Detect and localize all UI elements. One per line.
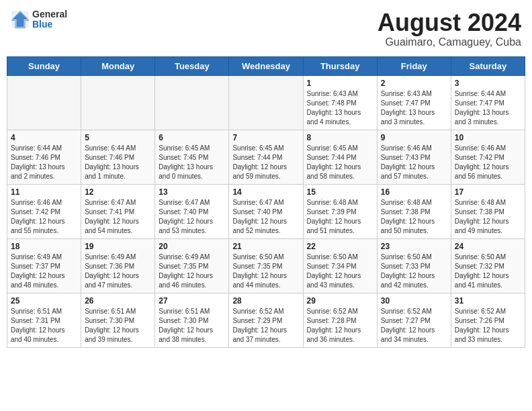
day-info: Sunrise: 6:47 AM Sunset: 7:41 PM Dayligh… (85, 198, 151, 236)
day-info: Sunrise: 6:46 AM Sunset: 7:42 PM Dayligh… (11, 198, 77, 236)
day-info: Sunrise: 6:48 AM Sunset: 7:38 PM Dayligh… (455, 198, 521, 236)
day-number: 8 (307, 133, 373, 142)
calendar-cell: 3Sunrise: 6:44 AM Sunset: 7:47 PM Daylig… (451, 75, 525, 130)
calendar-cell: 7Sunrise: 6:45 AM Sunset: 7:44 PM Daylig… (229, 130, 303, 184)
day-number: 12 (85, 187, 151, 197)
calendar-cell: 31Sunrise: 6:52 AM Sunset: 7:26 PM Dayli… (451, 293, 525, 347)
logo-line2: Blue (32, 19, 67, 30)
day-number: 28 (232, 296, 299, 306)
calendar-table: SundayMondayTuesdayWednesdayThursdayFrid… (7, 56, 525, 348)
calendar-cell (81, 75, 155, 130)
day-number: 19 (85, 242, 151, 251)
calendar-cell: 22Sunrise: 6:50 AM Sunset: 7:34 PM Dayli… (303, 238, 377, 293)
day-number: 3 (455, 79, 521, 88)
day-info: Sunrise: 6:51 AM Sunset: 7:31 PM Dayligh… (11, 307, 77, 345)
day-info: Sunrise: 6:50 AM Sunset: 7:33 PM Dayligh… (381, 253, 447, 290)
day-info: Sunrise: 6:51 AM Sunset: 7:30 PM Dayligh… (159, 307, 225, 345)
day-info: Sunrise: 6:45 AM Sunset: 7:44 PM Dayligh… (307, 144, 373, 181)
weekday-header-row: SundayMondayTuesdayWednesdayThursdayFrid… (7, 56, 525, 75)
calendar-cell: 5Sunrise: 6:44 AM Sunset: 7:46 PM Daylig… (81, 130, 155, 184)
calendar-cell: 14Sunrise: 6:47 AM Sunset: 7:40 PM Dayli… (229, 184, 303, 238)
day-number: 10 (455, 133, 521, 142)
day-info: Sunrise: 6:47 AM Sunset: 7:40 PM Dayligh… (159, 198, 225, 236)
logo-line1: General (32, 9, 67, 19)
day-info: Sunrise: 6:46 AM Sunset: 7:42 PM Dayligh… (455, 144, 521, 181)
day-number: 4 (11, 133, 77, 142)
calendar-cell: 2Sunrise: 6:43 AM Sunset: 7:47 PM Daylig… (377, 75, 451, 130)
day-info: Sunrise: 6:45 AM Sunset: 7:44 PM Dayligh… (232, 144, 299, 181)
day-info: Sunrise: 6:48 AM Sunset: 7:39 PM Dayligh… (307, 198, 373, 236)
calendar-week-3: 11Sunrise: 6:46 AM Sunset: 7:42 PM Dayli… (7, 184, 525, 238)
day-info: Sunrise: 6:44 AM Sunset: 7:46 PM Dayligh… (11, 144, 77, 181)
calendar-cell: 1Sunrise: 6:43 AM Sunset: 7:48 PM Daylig… (303, 75, 377, 130)
logo-icon (11, 10, 30, 29)
day-info: Sunrise: 6:49 AM Sunset: 7:36 PM Dayligh… (85, 253, 151, 290)
calendar-cell: 10Sunrise: 6:46 AM Sunset: 7:42 PM Dayli… (451, 130, 525, 184)
calendar-title: August 2024 (378, 9, 521, 36)
day-info: Sunrise: 6:52 AM Sunset: 7:29 PM Dayligh… (232, 307, 299, 345)
calendar-body: 1Sunrise: 6:43 AM Sunset: 7:48 PM Daylig… (7, 75, 525, 347)
calendar-week-1: 1Sunrise: 6:43 AM Sunset: 7:48 PM Daylig… (7, 75, 525, 130)
calendar-cell: 18Sunrise: 6:49 AM Sunset: 7:37 PM Dayli… (7, 238, 81, 293)
day-number: 26 (85, 296, 151, 306)
day-number: 1 (307, 79, 373, 88)
day-info: Sunrise: 6:44 AM Sunset: 7:47 PM Dayligh… (455, 89, 521, 127)
day-info: Sunrise: 6:47 AM Sunset: 7:40 PM Dayligh… (232, 198, 299, 236)
page-header: General Blue August 2024 Guaimaro, Camag… (7, 7, 525, 51)
calendar-cell: 20Sunrise: 6:49 AM Sunset: 7:35 PM Dayli… (155, 238, 229, 293)
calendar-cell: 28Sunrise: 6:52 AM Sunset: 7:29 PM Dayli… (229, 293, 303, 347)
day-info: Sunrise: 6:50 AM Sunset: 7:34 PM Dayligh… (307, 253, 373, 290)
calendar-cell (229, 75, 303, 130)
calendar-cell: 23Sunrise: 6:50 AM Sunset: 7:33 PM Dayli… (377, 238, 451, 293)
calendar-cell: 24Sunrise: 6:50 AM Sunset: 7:32 PM Dayli… (451, 238, 525, 293)
weekday-header-friday: Friday (377, 56, 451, 75)
day-number: 18 (11, 242, 77, 251)
day-info: Sunrise: 6:46 AM Sunset: 7:43 PM Dayligh… (381, 144, 447, 181)
day-info: Sunrise: 6:45 AM Sunset: 7:45 PM Dayligh… (159, 144, 225, 181)
day-info: Sunrise: 6:43 AM Sunset: 7:48 PM Dayligh… (307, 89, 373, 127)
day-number: 2 (381, 79, 447, 88)
day-number: 16 (381, 187, 447, 197)
calendar-subtitle: Guaimaro, Camaguey, Cuba (378, 36, 521, 48)
day-number: 24 (455, 242, 521, 251)
calendar-cell: 6Sunrise: 6:45 AM Sunset: 7:45 PM Daylig… (155, 130, 229, 184)
day-number: 14 (232, 187, 299, 197)
day-number: 6 (159, 133, 225, 142)
calendar-cell: 25Sunrise: 6:51 AM Sunset: 7:31 PM Dayli… (7, 293, 81, 347)
calendar-cell (155, 75, 229, 130)
day-info: Sunrise: 6:48 AM Sunset: 7:38 PM Dayligh… (381, 198, 447, 236)
day-number: 17 (455, 187, 521, 197)
calendar-cell: 11Sunrise: 6:46 AM Sunset: 7:42 PM Dayli… (7, 184, 81, 238)
day-number: 29 (307, 296, 373, 306)
weekday-header-tuesday: Tuesday (155, 56, 229, 75)
day-info: Sunrise: 6:50 AM Sunset: 7:32 PM Dayligh… (455, 253, 521, 290)
weekday-header-monday: Monday (81, 56, 155, 75)
calendar-cell: 21Sunrise: 6:50 AM Sunset: 7:35 PM Dayli… (229, 238, 303, 293)
day-number: 13 (159, 187, 225, 197)
day-number: 27 (159, 296, 225, 306)
calendar-cell: 27Sunrise: 6:51 AM Sunset: 7:30 PM Dayli… (155, 293, 229, 347)
calendar-week-4: 18Sunrise: 6:49 AM Sunset: 7:37 PM Dayli… (7, 238, 525, 293)
calendar-cell: 16Sunrise: 6:48 AM Sunset: 7:38 PM Dayli… (377, 184, 451, 238)
title-block: August 2024 Guaimaro, Camaguey, Cuba (378, 9, 521, 48)
calendar-cell (7, 75, 81, 130)
day-number: 20 (159, 242, 225, 251)
weekday-header-sunday: Sunday (7, 56, 81, 75)
day-number: 22 (307, 242, 373, 251)
day-number: 30 (381, 296, 447, 306)
day-info: Sunrise: 6:52 AM Sunset: 7:28 PM Dayligh… (307, 307, 373, 345)
calendar-cell: 15Sunrise: 6:48 AM Sunset: 7:39 PM Dayli… (303, 184, 377, 238)
day-info: Sunrise: 6:49 AM Sunset: 7:35 PM Dayligh… (159, 253, 225, 290)
day-info: Sunrise: 6:52 AM Sunset: 7:26 PM Dayligh… (455, 307, 521, 345)
calendar-cell: 30Sunrise: 6:52 AM Sunset: 7:27 PM Dayli… (377, 293, 451, 347)
calendar-cell: 26Sunrise: 6:51 AM Sunset: 7:30 PM Dayli… (81, 293, 155, 347)
day-number: 31 (455, 296, 521, 306)
calendar-cell: 19Sunrise: 6:49 AM Sunset: 7:36 PM Dayli… (81, 238, 155, 293)
day-info: Sunrise: 6:49 AM Sunset: 7:37 PM Dayligh… (11, 253, 77, 290)
calendar-cell: 13Sunrise: 6:47 AM Sunset: 7:40 PM Dayli… (155, 184, 229, 238)
calendar-cell: 9Sunrise: 6:46 AM Sunset: 7:43 PM Daylig… (377, 130, 451, 184)
logo: General Blue (11, 9, 67, 30)
day-number: 21 (232, 242, 299, 251)
day-info: Sunrise: 6:52 AM Sunset: 7:27 PM Dayligh… (381, 307, 447, 345)
day-number: 5 (85, 133, 151, 142)
